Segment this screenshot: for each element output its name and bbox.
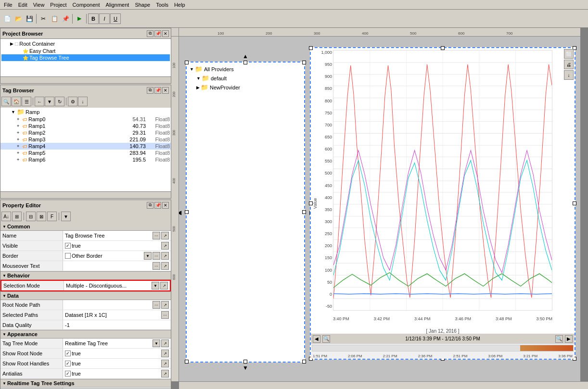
default-provider-item[interactable]: ▼ 📁 default — [189, 74, 302, 83]
tag-browser-scrollbar[interactable] — [0, 192, 171, 199]
canvas-work-area[interactable]: ◀ ▶ ▲ ▼ ▼ 📁 All Providers ▼ 📁 default — [179, 37, 580, 381]
antialias-link[interactable]: ↗ — [161, 370, 169, 377]
nav-zoom-in-btn[interactable]: 🔍 — [322, 335, 330, 343]
prop-group-btn[interactable]: ⊞ — [12, 212, 22, 221]
new-provider-item[interactable]: ▶ 📁 NewProvider — [189, 83, 302, 92]
prop-selection-value[interactable]: Multiple - Discontiguous... ▼ ↗ — [64, 281, 170, 290]
project-browser-restore-btn[interactable]: ⧉ — [147, 30, 153, 37]
prop-tag-tree-mode-value[interactable]: Realtime Tag Tree ▼ ↗ — [63, 339, 171, 348]
handle-br[interactable] — [302, 360, 306, 364]
project-browser-close-btn[interactable]: ✕ — [162, 30, 169, 37]
show-root-checkbox[interactable]: ✓ — [65, 351, 71, 356]
handle-mr[interactable] — [302, 210, 306, 214]
prop-mouseover-value[interactable]: ⋯ ↗ — [63, 261, 171, 271]
selected-paths-edit-btn[interactable]: ⋯ — [161, 311, 169, 319]
tag-list-btn[interactable]: ☰ — [22, 97, 31, 106]
tag-browser-restore-btn[interactable]: ⧉ — [147, 87, 153, 94]
tag-tree-mode-dropdown[interactable]: ▼ — [153, 339, 160, 347]
handle-bl[interactable] — [185, 360, 189, 364]
prop-alpha-sort-btn[interactable]: A↓ — [1, 212, 11, 221]
easy-chart-component[interactable]: 1,000 950 900 850 800 750 700 650 600 55… — [310, 47, 575, 360]
visible-checkbox[interactable]: ✓ — [65, 243, 71, 249]
toolbar-cut-btn[interactable]: ✂ — [38, 13, 49, 24]
menu-project[interactable]: Project — [47, 1, 69, 9]
handle-tc[interactable] — [243, 61, 247, 64]
show-root-link[interactable]: ↗ — [161, 350, 169, 357]
selection-dropdown-btn[interactable]: ▼ — [152, 282, 159, 289]
handle-tr[interactable] — [302, 61, 306, 64]
tag-item-ramp2[interactable]: + 🏷 Ramp2 29.31 Float8 — [0, 129, 171, 136]
behavior-collapse-icon[interactable]: ▼ — [2, 274, 6, 278]
prop-show-root-value[interactable]: ✓ true ↗ — [63, 349, 171, 358]
border-link-btn[interactable]: ↗ — [161, 252, 169, 260]
toolbar-copy-btn[interactable]: 📋 — [49, 13, 60, 24]
toolbar-italic-btn[interactable]: I — [99, 13, 110, 24]
toolbar-paste-btn[interactable]: 📌 — [60, 13, 71, 24]
section-collapse-icon[interactable]: ▼ — [2, 225, 6, 229]
move-top-arrow[interactable]: ▲ — [243, 53, 248, 60]
handle-tl[interactable] — [185, 61, 189, 64]
nav-scroll-area[interactable] — [312, 345, 574, 351]
tag-home-btn[interactable]: 🏠 — [12, 97, 21, 106]
prop-align-btn[interactable]: ⊠ — [37, 212, 46, 221]
menu-file[interactable]: File — [1, 1, 15, 9]
menu-alignment[interactable]: Alignment — [102, 1, 132, 9]
prop-data-quality-value[interactable]: -1 — [63, 320, 171, 329]
prop-editor-restore-btn[interactable]: ⧉ — [147, 202, 153, 209]
menu-tools[interactable]: Tools — [153, 1, 171, 9]
prop-font-btn[interactable]: F — [47, 212, 57, 221]
border-dropdown-btn[interactable]: ▼ — [144, 252, 152, 260]
menu-edit[interactable]: Edit — [15, 1, 30, 9]
mouseover-link-btn[interactable]: ↗ — [161, 262, 169, 270]
tag-export-btn[interactable]: ↓ — [78, 97, 88, 106]
tree-item-tag-browse-tree[interactable]: ⭐ Tag Browse Tree — [1, 54, 170, 61]
move-left-arrow[interactable]: ◀ — [179, 209, 181, 216]
tag-action-btn[interactable]: ⚙ — [68, 97, 77, 106]
toolbar-open-btn[interactable]: 📂 — [13, 13, 24, 24]
prop-show-handles-value[interactable]: ✓ true ↗ — [63, 359, 171, 368]
chart-export-btn[interactable]: ↓ — [564, 70, 574, 80]
prop-visible-value[interactable]: ✓ true ↗ — [63, 241, 171, 251]
toolbar-bold-btn[interactable]: B — [88, 13, 99, 24]
nav-zoom-out-btn[interactable]: 🔍 — [555, 335, 563, 343]
border-edit-btn[interactable]: ⋯ — [153, 252, 160, 260]
toolbar-play-btn[interactable]: ▶ — [74, 13, 85, 24]
prop-border-value[interactable]: Other Border ▼ ⋯ ↗ — [63, 251, 171, 261]
tag-item-ramp1[interactable]: + 🏷 Ramp1 40.73 Float8 — [0, 123, 171, 129]
tag-search-btn[interactable]: 🔍 — [1, 97, 11, 106]
show-handles-checkbox[interactable]: ✓ — [65, 361, 71, 366]
toolbar-underline-btn[interactable]: U — [110, 13, 121, 24]
appearance-collapse-icon[interactable]: ▼ — [2, 332, 6, 337]
tree-item-root-container[interactable]: ▶ □ Root Container — [1, 40, 170, 48]
antialias-checkbox[interactable]: ✓ — [65, 371, 71, 376]
border-checkbox[interactable] — [65, 253, 71, 259]
chart-maximize-btn[interactable]: ⬜ — [564, 49, 574, 59]
menu-shape[interactable]: Shape — [132, 1, 153, 9]
prop-more-btn[interactable]: ▼ — [61, 212, 71, 221]
visible-link-btn[interactable]: ↗ — [161, 242, 169, 250]
tag-item-ramp[interactable]: ▼ 📁 Ramp — [0, 108, 171, 116]
tree-item-easy-chart[interactable]: ⭐ Easy Chart — [1, 48, 170, 54]
project-browser-scrollbar[interactable] — [0, 77, 171, 84]
tag-item-ramp6[interactable]: + 🏷 Ramp6 195.5 Float8 — [0, 156, 171, 163]
prop-selected-paths-value[interactable]: Dataset [1R x 1C] ⋯ — [63, 310, 171, 320]
prop-editor-pin-btn[interactable]: 📌 — [154, 202, 161, 209]
tag-back-btn[interactable]: ← — [35, 97, 44, 106]
tag-filter-btn[interactable]: ▼ — [45, 97, 54, 106]
tag-item-ramp4[interactable]: + 🏷 Ramp4 140.73 Float8 — [0, 143, 171, 150]
tag-refresh-btn[interactable]: ↻ — [55, 97, 64, 106]
handle-bc[interactable] — [243, 360, 247, 364]
prop-horizontal-btn[interactable]: ⊟ — [26, 212, 36, 221]
menu-help[interactable]: Help — [171, 1, 188, 9]
menu-view[interactable]: View — [30, 1, 48, 9]
tag-browser-pin-btn[interactable]: 📌 — [154, 87, 161, 94]
tag-item-ramp0[interactable]: + 🏷 Ramp0 54.31 Float8 — [0, 116, 171, 123]
name-link-btn[interactable]: ↗ — [161, 232, 169, 239]
tag-browser-close-btn[interactable]: ✕ — [162, 87, 169, 94]
project-browser-pin-btn[interactable]: 📌 — [154, 30, 161, 37]
name-edit-btn[interactable]: ⋯ — [153, 232, 160, 239]
prop-editor-close-btn[interactable]: ✕ — [162, 202, 169, 209]
toolbar-save-btn[interactable]: 💾 — [24, 13, 35, 24]
tag-item-ramp5[interactable]: + 🏷 Ramp5 283.94 Float8 — [0, 150, 171, 156]
root-node-edit-btn[interactable]: ⋯ — [153, 301, 160, 309]
